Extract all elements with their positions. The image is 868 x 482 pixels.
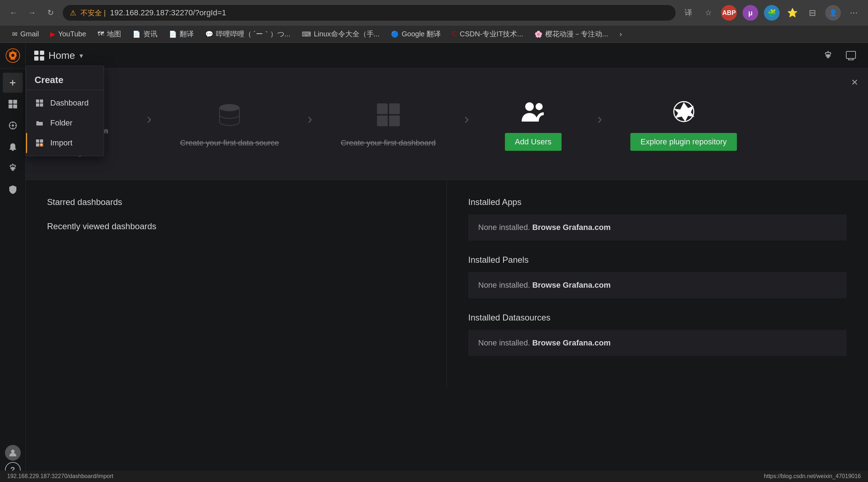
sidebar-item-alerting[interactable] [3,137,23,157]
browser-chrome: ← → ↻ ⚠ 不安全 | 192.168.229.187:32270/?org… [0,0,868,43]
svg-rect-40 [40,139,43,143]
dashboard-grid-icon [35,98,45,108]
step-dashboard: Create your first dashboard [341,101,436,148]
status-url-right: https://blog.csdn.net/weixin_47019016 [764,473,861,480]
translate-button[interactable]: 译 [681,6,696,20]
status-url-left: 192.168.229.187:32270/dashboard/import [7,473,113,480]
installed-panels-section: Installed Panels None installed. Browse … [468,255,847,298]
svg-rect-38 [40,103,43,107]
collections-button[interactable]: ⭐ [785,6,800,20]
browse-grafana-apps-link[interactable]: Browse Grafana.com [532,223,611,232]
grafana-logo[interactable] [0,43,26,68]
bookmark-google-translate[interactable]: 🔵 Google 翻译 [386,27,446,41]
sidebar-item-config[interactable] [3,158,23,178]
recent-title: Recently viewed dashboards [47,221,425,231]
browse-grafana-panels-link[interactable]: Browse Grafana.com [532,281,611,289]
installed-apps-section: Installed Apps None installed. Browse Gr… [468,197,847,241]
sidebar-toggle[interactable]: ⊟ [805,6,820,20]
sidebar-item-create[interactable]: + [3,73,23,93]
csdn-icon: C [452,30,457,38]
security-label: 不安全 | [81,8,106,18]
create-dropdown: Create Dashboard Folder [26,66,104,156]
add-users-button[interactable]: Add Users [505,133,562,151]
bookmark-label: 资讯 [143,29,157,39]
svg-point-10 [12,124,14,127]
bookmark-csdn[interactable]: C CSDN-专业IT技术... [447,27,528,41]
svg-rect-36 [40,99,43,103]
bookmark-translate[interactable]: 📄 翻译 [164,27,199,41]
step-datasource-label: Create your first data source [180,138,279,148]
bookmark-maps[interactable]: 🗺 地图 [93,27,126,41]
bookmark-sakura[interactable]: 🌸 樱花动漫－专注动... [529,27,613,41]
dropdown-dashboard-label: Dashboard [50,98,89,108]
bookmark-label: 地图 [107,29,121,39]
dropdown-item-folder[interactable]: Folder [26,113,104,133]
installed-panels-title: Installed Panels [468,255,847,265]
svg-rect-15 [12,150,14,151]
settings-button[interactable] [820,47,837,64]
bookmark-label: Google 翻译 [402,29,441,39]
svg-point-32 [525,102,534,111]
home-title-group[interactable]: Home ▾ [34,50,83,61]
folder-icon [35,118,45,128]
back-button[interactable]: ← [7,6,20,19]
browse-grafana-ds-link[interactable]: Browse Grafana.com [532,338,611,347]
bookmark-label: 翻译 [180,29,194,39]
getting-started-banner: × Install Grafana ✓ [26,68,868,180]
gmail-icon: ✉ [12,30,17,38]
svg-rect-5 [9,100,12,104]
translate-icon: 📄 [169,30,177,38]
bookmark-gmail[interactable]: ✉ Gmail [7,28,44,40]
step-dashboard-label: Create your first dashboard [341,138,436,148]
address-bar[interactable]: ⚠ 不安全 | 192.168.229.187:32270/?orgId=1 [63,5,676,21]
top-header: Home ▾ [26,43,868,68]
more-bookmarks-icon: › [620,30,622,38]
profile-button[interactable]: 👤 [825,5,841,21]
bookmark-news[interactable]: 📄 资讯 [128,27,162,41]
maps-icon: 🗺 [98,30,104,38]
bookmark-star[interactable]: ☆ [701,6,715,20]
installed-panels-empty: None installed. Browse Grafana.com [468,272,847,298]
extension-button[interactable]: 🧩 [764,5,780,21]
right-panel: Installed Apps None installed. Browse Gr… [447,180,868,388]
sidebar-item-dashboards[interactable] [3,94,23,114]
installed-apps-title: Installed Apps [468,197,847,207]
explore-plugins-button[interactable]: Explore plugin repository [630,133,737,151]
svg-rect-31 [389,116,400,126]
user-avatar[interactable] [5,445,21,461]
installed-apps-empty-text: None installed. [478,223,530,232]
ublock-button[interactable]: μ [743,5,758,21]
svg-rect-6 [13,100,17,104]
bookmarks-bar: ✉ Gmail ▶ YouTube 🗺 地图 📄 资讯 📄 翻译 💬 哔哩哔哩（… [0,26,868,43]
adblock-button[interactable]: ABP [721,5,737,21]
svg-rect-19 [846,51,856,58]
content-area: × Install Grafana ✓ [26,68,868,482]
app-container: + [0,43,868,482]
svg-rect-29 [389,103,400,114]
bookmark-youtube[interactable]: ▶ YouTube [45,28,91,40]
refresh-button[interactable]: ↻ [44,6,57,19]
bookmarks-more[interactable]: › [615,28,627,40]
address-text: 192.168.229.187:32270/?orgId=1 [110,8,226,17]
more-button[interactable]: ⋯ [847,6,861,20]
dropdown-title: Create [26,69,104,90]
forward-button[interactable]: → [26,6,38,19]
sidebar-item-explore[interactable] [3,116,23,135]
dropdown-item-dashboard[interactable]: Dashboard [26,93,104,113]
sidebar: + [0,43,26,482]
svg-rect-37 [36,103,39,107]
step-datasource: Create your first data source [180,101,279,148]
installed-apps-empty: None installed. Browse Grafana.com [468,214,847,241]
close-banner-button[interactable]: × [851,76,858,89]
dropdown-import-label: Import [50,138,72,148]
svg-point-1 [11,53,14,57]
bookmark-linux[interactable]: ⌨ Linux命令大全（手... [297,27,384,41]
sidebar-items: + [3,68,23,441]
youtube-icon: ▶ [50,30,55,38]
bookmark-bilibili[interactable]: 💬 哔哩哔哩（ ´ー｀）つ... [200,27,295,41]
tv-mode-button[interactable] [842,47,859,64]
sidebar-item-shield[interactable] [3,180,23,200]
installed-ds-section: Installed Datasources None installed. Br… [468,313,847,356]
dropdown-item-import[interactable]: Import [26,133,104,153]
installed-ds-title: Installed Datasources [468,313,847,323]
